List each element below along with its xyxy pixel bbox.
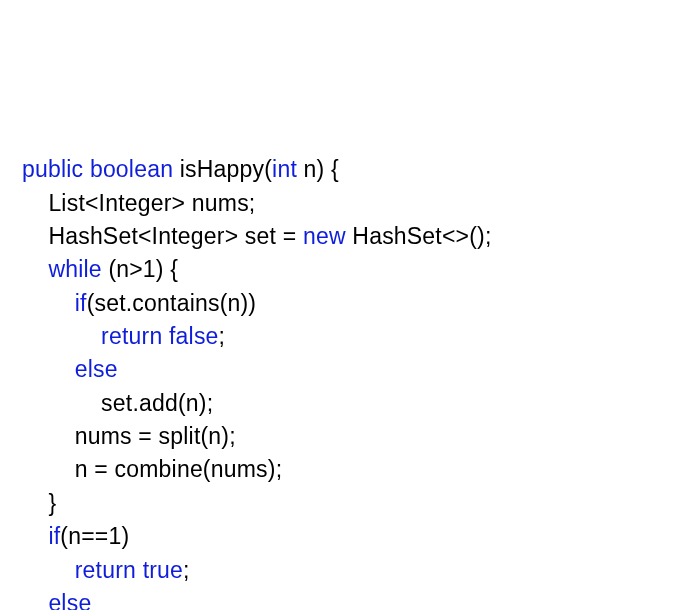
code-token: while	[48, 256, 101, 282]
code-token	[136, 557, 143, 583]
code-token: ;	[183, 557, 190, 583]
code-line-12: if(n==1)	[22, 520, 678, 553]
code-token: (n>1) {	[102, 256, 178, 282]
code-line-4: while (n>1) {	[22, 253, 678, 286]
code-line-8: set.add(n);	[22, 387, 678, 420]
code-token: n) {	[297, 156, 339, 182]
code-token: n = combine(nums);	[75, 456, 283, 482]
code-token: HashSet<Integer> set =	[48, 223, 303, 249]
code-line-10: n = combine(nums);	[22, 453, 678, 486]
code-token: nums = split(n);	[75, 423, 236, 449]
code-token: true	[143, 557, 183, 583]
code-line-3: HashSet<Integer> set = new HashSet<>();	[22, 220, 678, 253]
code-token: (set.contains(n))	[87, 290, 257, 316]
code-line-9: nums = split(n);	[22, 420, 678, 453]
code-line-2: List<Integer> nums;	[22, 187, 678, 220]
code-line-11: }	[22, 487, 678, 520]
code-line-13: return true;	[22, 554, 678, 587]
code-token: if	[48, 523, 60, 549]
code-token: return	[101, 323, 162, 349]
code-token: else	[75, 356, 118, 382]
code-token: else	[48, 590, 91, 610]
code-line-5: if(set.contains(n))	[22, 287, 678, 320]
code-token: HashSet<>();	[346, 223, 492, 249]
code-token: (n==1)	[60, 523, 129, 549]
code-token: List<Integer> nums;	[48, 190, 255, 216]
code-token: new	[303, 223, 346, 249]
code-line-0: public boolean isHappy(int n) {	[22, 153, 678, 186]
code-token	[162, 323, 169, 349]
code-token: }	[48, 490, 56, 516]
code-token: int	[272, 156, 297, 182]
code-token: if	[75, 290, 87, 316]
code-token	[83, 156, 90, 182]
code-token: boolean	[90, 156, 173, 182]
code-line-14: else	[22, 587, 678, 610]
code-token: set.add(n);	[101, 390, 213, 416]
code-block: public boolean isHappy(int n) { List<Int…	[22, 153, 678, 610]
code-line-7: else	[22, 353, 678, 386]
code-token: false	[169, 323, 219, 349]
code-line-6: return false;	[22, 320, 678, 353]
code-token: isHappy(	[173, 156, 272, 182]
code-token: ;	[219, 323, 226, 349]
code-token: public	[22, 156, 83, 182]
code-token: return	[75, 557, 136, 583]
